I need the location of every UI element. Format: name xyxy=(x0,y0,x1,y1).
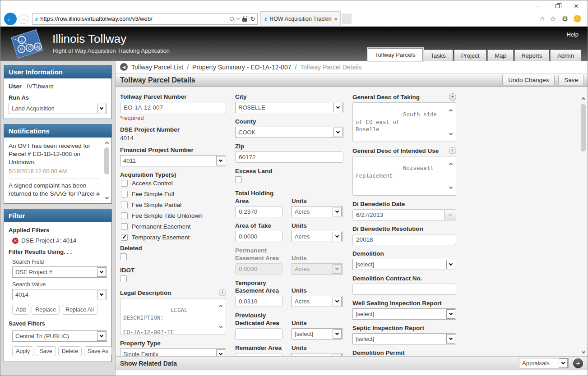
scroll-up-icon[interactable] xyxy=(449,163,453,166)
refresh-icon[interactable]: ↻ xyxy=(250,15,255,23)
favorites-star-icon[interactable]: ☆ xyxy=(550,14,556,23)
demolition-select[interactable]: [select] xyxy=(352,259,456,270)
breadcrumb-parcel-list[interactable]: Tollway Parcel List xyxy=(131,64,183,71)
idot-checkbox[interactable] xyxy=(120,275,127,282)
textarea-scrollbar[interactable] xyxy=(449,105,454,140)
add-related-data-icon[interactable]: + xyxy=(573,358,583,368)
add-filter-button[interactable]: Add xyxy=(12,305,29,315)
content-scrollbar[interactable] xyxy=(580,95,587,356)
notification-item[interactable]: An OVT has been received for Parcel # EO… xyxy=(9,142,100,179)
breadcrumb-back-icon[interactable]: ◀ xyxy=(120,63,128,71)
remainder-area-input[interactable] xyxy=(235,353,282,356)
remainder-units-select[interactable]: Acres xyxy=(292,353,343,356)
septic-inspection-select[interactable]: [select] xyxy=(352,333,456,344)
area-of-take-units-select[interactable]: Acres xyxy=(292,231,343,242)
scroll-down-icon[interactable] xyxy=(103,195,110,202)
minimize-icon[interactable] xyxy=(535,3,542,9)
checkbox-icon[interactable] xyxy=(121,223,128,230)
city-select[interactable]: ROSELLE xyxy=(235,102,343,113)
remove-filter-icon[interactable]: ✕ xyxy=(12,238,19,244)
financial-project-select[interactable]: 4011 xyxy=(120,155,226,166)
scrollbar-thumb[interactable] xyxy=(104,147,109,174)
checkbox-icon[interactable] xyxy=(121,202,128,208)
undo-changes-button[interactable]: Undo Changes xyxy=(502,75,555,85)
notifications-scrollbar[interactable] xyxy=(103,139,110,202)
replace-all-filter-button[interactable]: Replace All xyxy=(62,305,97,315)
help-link[interactable]: Help xyxy=(566,31,579,38)
previously-dedicated-units-select[interactable]: [select] xyxy=(292,328,343,339)
close-icon[interactable]: ✕ xyxy=(573,3,579,9)
home-icon[interactable]: ⌂ xyxy=(540,15,545,23)
run-as-select[interactable]: Land Acquisition xyxy=(9,103,107,114)
tab-close-icon[interactable]: × xyxy=(334,16,338,23)
checkbox-access-control[interactable]: Access Control xyxy=(121,180,226,187)
delete-filter-button[interactable]: Delete xyxy=(58,346,82,356)
browser-tab[interactable]: e ROW Acquisition Tracking A... × xyxy=(260,11,341,26)
checkbox-fee-simple-title-unknown[interactable]: Fee Simple Title Unknown xyxy=(121,212,226,219)
scroll-up-icon[interactable] xyxy=(103,139,110,146)
scroll-down-icon[interactable] xyxy=(449,132,453,135)
checkbox-fee-simple-full[interactable]: Fee Simple Full xyxy=(121,191,226,197)
scroll-down-icon[interactable] xyxy=(580,349,587,356)
checkbox-fee-simple-partial[interactable]: Fee Simple Partial xyxy=(121,202,226,208)
search-field-select[interactable]: DSE Project # xyxy=(12,266,107,278)
save-filter-button[interactable]: Save xyxy=(36,346,56,356)
excess-land-checkbox[interactable] xyxy=(235,176,242,183)
dibenedetto-resolution-input[interactable] xyxy=(352,234,456,245)
new-tab-button[interactable] xyxy=(342,14,352,24)
total-holding-area-input[interactable] xyxy=(235,206,282,217)
tab-tollway-parcels[interactable]: Tollway Parcels xyxy=(368,48,423,61)
expand-desc-intended-icon[interactable]: + xyxy=(449,147,456,154)
search-value-select[interactable]: 4014 xyxy=(12,289,107,300)
checkbox-icon[interactable] xyxy=(121,212,128,219)
zip-input[interactable] xyxy=(235,151,343,163)
expand-desc-taking-icon[interactable]: + xyxy=(449,93,456,101)
date-picker-dropdown-icon[interactable] xyxy=(444,209,456,220)
save-button[interactable]: Save xyxy=(558,75,584,85)
legal-description-textarea[interactable]: LEGAL DESCRIPTION: EO-1A-12-007-TE THAT … xyxy=(120,298,226,335)
tab-project[interactable]: Project xyxy=(454,50,486,61)
notification-item[interactable]: A signed complaint has been returned to … xyxy=(9,182,100,201)
property-type-select[interactable]: Single Family xyxy=(120,348,226,356)
scroll-down-icon[interactable] xyxy=(219,325,222,328)
related-data-select[interactable]: Appraisals xyxy=(519,358,569,368)
county-select[interactable]: COOK xyxy=(235,127,343,138)
temporary-easement-units-select[interactable]: Acres xyxy=(292,296,343,307)
settings-gear-icon[interactable]: ⚙ xyxy=(562,14,568,23)
temporary-easement-area-input[interactable] xyxy=(235,296,282,307)
tab-reports[interactable]: Reports xyxy=(514,50,550,61)
address-bar[interactable]: e https://row.illinoisvirtualtollway.com… xyxy=(32,13,258,25)
back-icon[interactable]: ← xyxy=(4,13,17,25)
previously-dedicated-area-input[interactable] xyxy=(235,328,282,339)
area-of-take-input[interactable] xyxy=(235,231,282,242)
scroll-up-icon[interactable] xyxy=(219,305,222,308)
textarea-scrollbar[interactable] xyxy=(219,300,224,333)
scroll-up-icon[interactable] xyxy=(580,95,587,102)
tab-admin[interactable]: Admin xyxy=(550,50,581,61)
well-sealing-select[interactable]: [select] xyxy=(352,308,456,320)
restore-icon[interactable] xyxy=(554,3,560,9)
dibenedetto-date-input[interactable] xyxy=(352,209,444,220)
parcel-number-input[interactable] xyxy=(120,102,226,113)
deleted-checkbox[interactable] xyxy=(120,253,127,260)
breadcrumb-property-summary[interactable]: Property Summary - EO-1A-12-007 xyxy=(192,64,291,71)
checkbox-permanent-easement[interactable]: Permanent Easement xyxy=(121,223,226,230)
save-as-filter-button[interactable]: Save As xyxy=(84,346,112,356)
tab-tasks[interactable]: Tasks xyxy=(424,50,453,61)
replace-filter-button[interactable]: Replace xyxy=(32,305,60,315)
chevron-down-icon[interactable] xyxy=(236,16,240,19)
checkbox-icon[interactable] xyxy=(121,191,128,197)
tab-map[interactable]: Map xyxy=(487,50,513,61)
textarea-scrollbar[interactable] xyxy=(449,158,454,193)
checkbox-icon[interactable] xyxy=(121,234,128,241)
checkbox-temporary-easement[interactable]: Temporary Easement xyxy=(121,234,226,241)
scroll-down-icon[interactable] xyxy=(449,185,453,189)
expand-legal-description-icon[interactable]: + xyxy=(219,289,226,296)
demolition-contract-input[interactable] xyxy=(352,284,456,295)
apply-filter-button[interactable]: Apply xyxy=(12,346,33,356)
checkbox-icon[interactable] xyxy=(121,180,128,187)
desc-of-taking-textarea[interactable]: South side of EO east of Roselle xyxy=(352,102,456,142)
scrollbar-thumb[interactable] xyxy=(581,104,586,151)
forward-icon[interactable]: → xyxy=(19,14,28,24)
search-icon[interactable] xyxy=(230,17,234,21)
